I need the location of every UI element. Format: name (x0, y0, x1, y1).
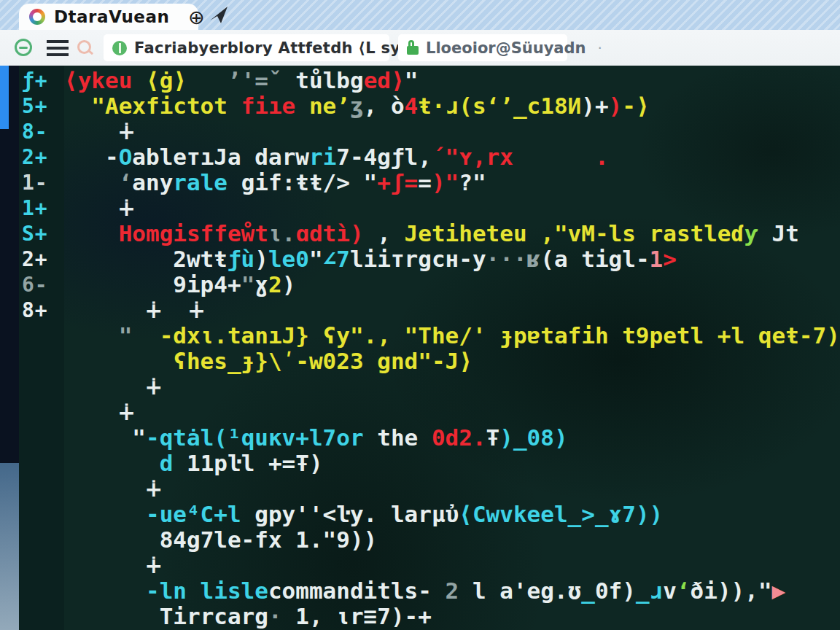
gutter-marker (19, 604, 64, 629)
code-row: " -dxι.tanıJ} ʕy"., "The/' ɟpɐtafih t9pe… (19, 323, 840, 349)
code-line[interactable]: "-qtȧl(¹quĸv+l7or the 0d2.Ŧ)_08) (64, 425, 840, 451)
code-row: 6-9ip4+"ɣ2) (19, 272, 840, 298)
code-token: 1 (650, 246, 664, 272)
code-token: 11pŀl +=Ŧ) (173, 451, 322, 476)
code-token: " (132, 425, 146, 451)
code-line[interactable]: ∔ (64, 119, 840, 144)
gutter-marker (19, 349, 64, 374)
code-token: 0f) (595, 578, 636, 604)
code-token: ···ʁ (486, 246, 541, 272)
code-line[interactable]: Tirrcarg· 1, ιr≡7)-+ (64, 604, 840, 629)
tab-title: DtaraVuean (54, 7, 169, 26)
code-token: rale (173, 170, 228, 195)
code-token: 2wtŧ (173, 246, 228, 272)
code-token: ði))," (691, 578, 772, 604)
code-token: " (364, 170, 378, 195)
code-line[interactable]: ∔ (64, 553, 840, 578)
menu-list-icon[interactable] (47, 40, 69, 56)
code-line[interactable]: 9ip4+"ɣ2) (64, 272, 840, 298)
code-token: ʕhes_ɟ}\ʹ-w023 gnd"-J⟩ (173, 349, 472, 374)
code-row: -ln lislecommanditls- 2 l a'eg.ʊ_0f)_ɹvʻ… (19, 578, 840, 604)
code-token: . (595, 144, 609, 170)
code-row: 2+-OableтıJa darwri7-4gƒl,´"ʏ,rx . (19, 144, 840, 170)
address-trailing-dot: · (598, 39, 602, 57)
code-line[interactable]: ∔ (64, 374, 840, 400)
gutter-marker: 6- (19, 272, 64, 298)
crosshair-target-icon[interactable]: ⊕ (188, 7, 205, 27)
code-token: gpy''<ŀy. larμὐ (241, 502, 459, 527)
gutter-marker: 2+ (19, 144, 64, 170)
code-token: ∔ (146, 476, 162, 502)
code-token: ri (309, 144, 336, 170)
browser-tab[interactable]: DtaraVuean ⊕ (19, 4, 198, 30)
code-token: ʻ (119, 170, 133, 195)
code-token: )" (432, 170, 459, 195)
code-token: -ln lisle (146, 578, 268, 604)
secondary-address[interactable]: Lloeoior@Süuyadn · (398, 34, 567, 61)
code-line[interactable]: ∔ (64, 195, 840, 221)
code-token: ʒ (350, 93, 364, 119)
code-token: 1, ιr≡7)-+ (282, 604, 432, 629)
code-line[interactable]: 84g7le-fx 1."9)) (64, 527, 840, 553)
code-line[interactable]: ⟨ykeu ⟨ġ⟩ ʼ'=ˇ tůlbged⟩" (64, 68, 840, 93)
code-token: -⟩ (622, 93, 649, 119)
gutter-marker: 5+ (19, 93, 64, 119)
code-token: _ (581, 578, 595, 604)
gutter-marker (19, 400, 64, 425)
code-token: neʼ (295, 93, 350, 119)
code-token (513, 144, 595, 170)
cursor-arrow-icon[interactable] (209, 5, 229, 26)
code-token: liiтrgcн-y (350, 246, 486, 272)
site-info-icon[interactable] (112, 41, 127, 55)
code-token: ) (282, 272, 296, 298)
gutter-marker: 8+ (19, 298, 64, 323)
code-token: v (663, 578, 677, 604)
code-line[interactable]: d 11pŀl +=Ŧ) (64, 451, 840, 476)
code-token: ableтıJa darw (132, 144, 309, 170)
code-row: 8-∔ (19, 119, 840, 144)
code-token: ɑdtì) (295, 221, 363, 246)
code-line[interactable]: " -dxι.tanıJ} ʕy"., "The/' ɟpɐtafih t9pe… (64, 323, 840, 349)
code-token (132, 323, 159, 349)
code-token: > (663, 246, 677, 272)
gutter-marker (19, 553, 64, 578)
address-text: Facriabyerblory Attfetdh ⟨L sy (134, 39, 400, 57)
browser-window: { "colors":{ "cyan":"#3ed3e6","yellow":"… (0, 0, 840, 630)
code-token: ⟨ykeu (64, 68, 146, 93)
code-token: " (119, 323, 133, 349)
code-token: ∔ (119, 119, 135, 144)
gutter-marker: 1- (19, 170, 64, 195)
code-line[interactable]: ∔ (64, 476, 840, 502)
code-token: · (268, 604, 282, 629)
code-token: Jetiheteu ,"vM-ls rastleɗ (405, 221, 745, 246)
gutter-marker (19, 578, 64, 604)
search-icon[interactable] (77, 40, 91, 54)
code-line[interactable]: ∔ (64, 400, 840, 425)
code-token: O (119, 144, 133, 170)
code-token: 4 (405, 93, 419, 119)
code-token: d (160, 451, 174, 476)
gutter-marker (19, 502, 64, 527)
code-line[interactable]: -ue⁴C+l gpy''<ŀy. larμὐ⟨Cwvkeel_>_ɤ7)) (64, 502, 840, 527)
code-token: Ŧ (486, 425, 500, 451)
code-token: _ɹ (636, 578, 663, 604)
code-line[interactable]: "Aexfictot fiıe neʼʒ, ò4ŧ·ɹ(sʻʼ_c18И)+)-… (64, 93, 840, 119)
code-line[interactable]: ʕhes_ɟ}\ʹ-w023 gnd"-J⟩ (64, 349, 840, 374)
code-line[interactable]: Homgisffeẘtι.ɑdtì) , Jetiheteu ,"vM-ls r… (64, 221, 840, 246)
code-token: le0 (268, 246, 309, 272)
globe-icon[interactable] (15, 39, 32, 56)
gutter-marker (19, 527, 64, 553)
code-row: 84g7le-fx 1."9)) (19, 527, 840, 553)
code-line[interactable]: -OableтıJa darwri7-4gƒl,´"ʏ,rx . (64, 144, 840, 170)
address-bar[interactable]: Facriabyerblory Attfetdh ⟨L sy — (104, 34, 389, 61)
code-token: ed⟩ (364, 68, 405, 93)
code-token: +ʃ= (377, 170, 418, 195)
gutter-marker: S+ (19, 221, 64, 246)
code-line[interactable]: ∔ ∔ (64, 298, 840, 323)
code-token: ò (391, 93, 405, 119)
code-line[interactable]: ʻanyrale gif:ŧŧ/> "+ʃ==)"?" (64, 170, 840, 195)
code-line[interactable]: 2wtŧƒù)le0"∠7liiтrgcн-y···ʁ(a tigl-1> (64, 246, 840, 272)
scrollbar-thumb[interactable] (0, 66, 9, 129)
code-line[interactable]: -ln lislecommanditls- 2 l a'eg.ʊ_0f)_ɹvʻ… (64, 578, 840, 604)
code-token: Tirrcarg (160, 604, 268, 629)
